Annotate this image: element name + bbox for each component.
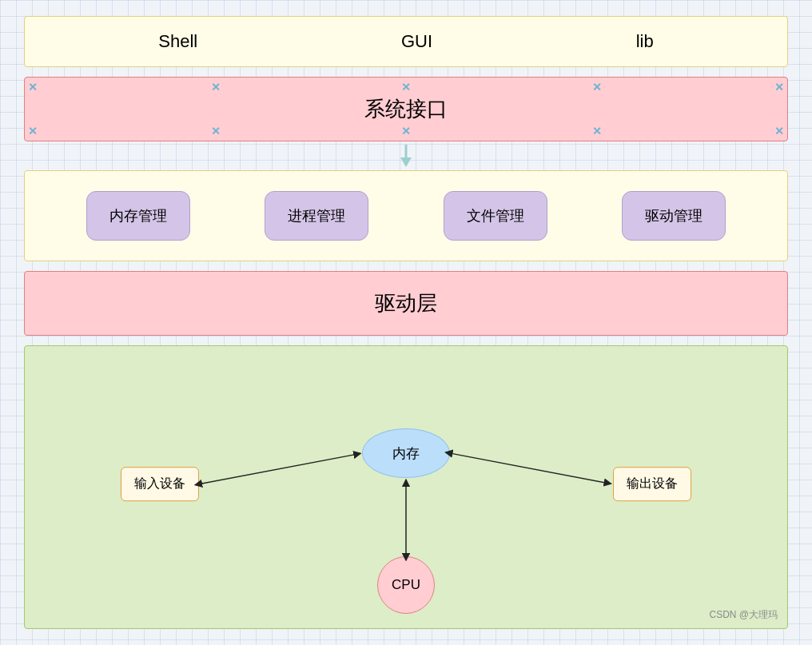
- memory-mgmt-box: 内存管理: [86, 191, 190, 241]
- cross-b1: ✕: [211, 125, 221, 137]
- arrow-down-container: [24, 148, 788, 164]
- svg-marker-1: [400, 157, 412, 167]
- svg-line-3: [452, 453, 611, 484]
- down-arrow-svg: [398, 145, 414, 167]
- cross-br: ✕: [774, 125, 784, 137]
- lib-label: lib: [636, 31, 654, 52]
- driver-row: 驱动层: [24, 271, 788, 336]
- process-mgmt-box: 进程管理: [265, 191, 368, 241]
- cross-bc: ✕: [401, 125, 411, 137]
- watermark: CSDN @大理玛: [709, 608, 778, 622]
- hw-diagram: 输入设备 输出设备 内存 CPU: [25, 346, 787, 628]
- file-mgmt-box: 文件管理: [444, 191, 547, 241]
- svg-line-2: [201, 453, 361, 484]
- cross-t1: ✕: [211, 81, 221, 94]
- hardware-row: 输入设备 输出设备 内存 CPU: [24, 345, 788, 629]
- cross-t2: ✕: [592, 81, 602, 94]
- cross-bl: ✕: [28, 125, 38, 137]
- driver-label: 驱动层: [375, 289, 437, 317]
- driver-mgmt-box: 驱动管理: [622, 191, 726, 241]
- syscall-row: ✕ ✕ ✕ ✕ ✕ ✕ ✕ ✕ ✕ ✕ 系统接口: [24, 77, 788, 141]
- output-device-box: 输出设备: [613, 467, 691, 501]
- cross-tr: ✕: [774, 81, 784, 94]
- cross-tc: ✕: [401, 81, 411, 94]
- shell-gui-lib-row: Shell GUI lib: [24, 16, 788, 67]
- shell-label: Shell: [158, 31, 197, 52]
- cpu-circle: CPU: [377, 556, 435, 614]
- cross-b2: ✕: [592, 125, 602, 137]
- syscall-label: 系统接口: [364, 95, 448, 123]
- cross-tl: ✕: [28, 81, 38, 94]
- input-device-box: 输入设备: [121, 467, 199, 501]
- memory-ellipse: 内存: [362, 428, 450, 478]
- kernel-row: 内存管理 进程管理 文件管理 驱动管理: [24, 170, 788, 261]
- gui-label: GUI: [401, 31, 432, 52]
- main-container: Shell GUI lib ✕ ✕ ✕ ✕ ✕ ✕ ✕ ✕ ✕ ✕ 系统接口 内…: [0, 0, 812, 645]
